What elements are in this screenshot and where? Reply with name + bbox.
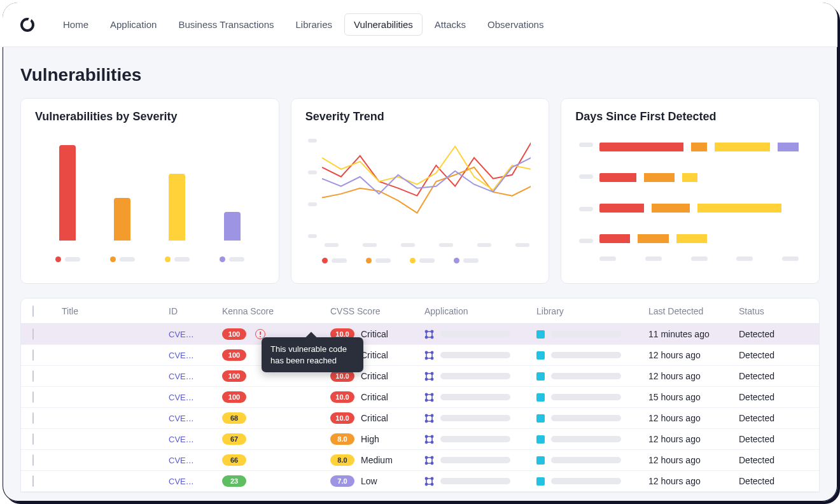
library-placeholder (551, 352, 621, 358)
application-icon (424, 351, 434, 360)
kenna-score-badge: 100 (222, 349, 246, 361)
col-last[interactable]: Last Detected (648, 306, 739, 316)
col-title[interactable]: Title (62, 306, 169, 316)
nav-tab-attacks[interactable]: Attacks (425, 13, 475, 36)
nav-tab-observations[interactable]: Observations (478, 13, 553, 36)
cve-id-link[interactable]: CVE… (169, 477, 222, 486)
nav-tab-vulnerabilities[interactable]: Vulnerabilities (344, 13, 423, 36)
table-row[interactable]: CVE…10010.0Critical15 hours agoDetected (21, 387, 819, 408)
vulnerabilities-table: Title ID Kenna Score CVSS Score Applicat… (20, 298, 820, 493)
cve-id-link[interactable]: CVE… (169, 456, 222, 465)
kenna-score-badge: 100 (222, 328, 246, 340)
tooltip-reached-code: This vulnerable code has been reached (262, 337, 363, 372)
library-placeholder (551, 373, 621, 379)
col-lib[interactable]: Library (536, 306, 648, 316)
kenna-score-badge: 67 (222, 433, 246, 445)
table-row[interactable]: CVE…237.0Low12 hours agoDetected (21, 471, 819, 492)
application-icon (424, 456, 434, 465)
cve-id-link[interactable]: CVE… (169, 393, 222, 402)
nav-tab-libraries[interactable]: Libraries (286, 13, 342, 36)
last-detected: 12 hours ago (648, 371, 739, 381)
last-detected: 12 hours ago (648, 350, 739, 360)
stacked-bar-chart (599, 143, 799, 243)
line-chart-legend (322, 258, 530, 263)
library-icon (536, 414, 545, 423)
nav-tab-home[interactable]: Home (53, 13, 98, 36)
library-placeholder (551, 394, 621, 400)
severity-label: Low (361, 476, 377, 486)
row-checkbox[interactable] (32, 349, 34, 361)
table-row[interactable]: CVE…668.0Medium12 hours agoDetected (21, 450, 819, 471)
brand-logo-icon (19, 17, 36, 33)
status-label: Detected (739, 413, 800, 423)
card-severity-by-count: Vulnerabilities by Severity (20, 98, 279, 284)
table-row[interactable]: CVE…6810.0Critical12 hours agoDetected (21, 408, 819, 429)
top-nav: HomeApplicationBusiness TransactionsLibr… (3, 3, 837, 47)
row-checkbox[interactable] (32, 454, 34, 466)
severity-label: Critical (361, 413, 388, 423)
library-icon (536, 372, 545, 381)
library-icon (536, 435, 545, 444)
row-checkbox[interactable] (32, 370, 34, 382)
row-checkbox[interactable] (32, 475, 34, 487)
table-row[interactable]: CVE…10010.0Critical12 hours agoDetected (21, 345, 819, 366)
kenna-score-badge: 100 (222, 391, 246, 403)
cve-id-link[interactable]: CVE… (169, 330, 222, 339)
library-placeholder (551, 436, 621, 442)
card-title: Vulnerabilities by Severity (35, 110, 265, 123)
severity-label: Critical (361, 371, 388, 381)
library-icon (536, 477, 545, 486)
line-chart (322, 139, 531, 234)
select-all-checkbox[interactable] (32, 305, 34, 317)
nav-tabs: HomeApplicationBusiness TransactionsLibr… (53, 13, 553, 36)
card-title: Days Since First Detected (575, 110, 805, 123)
table-row[interactable]: CVE…678.0High12 hours agoDetected (21, 429, 819, 450)
application-icon (424, 414, 434, 423)
table-row[interactable]: CVE…10010.0Critical11 minutes agoDetecte… (21, 324, 819, 345)
cve-id-link[interactable]: CVE… (169, 435, 222, 444)
status-label: Detected (739, 476, 800, 486)
col-id[interactable]: ID (169, 306, 222, 316)
kenna-score-badge: 68 (222, 412, 246, 424)
cvss-score-badge: 8.0 (330, 454, 354, 466)
library-placeholder (551, 478, 621, 484)
application-icon (424, 393, 434, 402)
cvss-score-badge: 8.0 (330, 433, 354, 445)
last-detected: 12 hours ago (648, 455, 739, 465)
col-status[interactable]: Status (739, 306, 800, 316)
bar-low (224, 212, 241, 241)
row-checkbox[interactable] (32, 433, 34, 445)
last-detected: 12 hours ago (648, 413, 739, 423)
row-checkbox[interactable] (32, 412, 34, 424)
stacked-bar-row (599, 204, 799, 213)
table-row[interactable]: CVE…10010.0Critical12 hours agoDetected (21, 366, 819, 387)
card-severity-trend: Severity Trend (291, 98, 550, 284)
col-app[interactable]: Application (424, 306, 536, 316)
nav-tab-application[interactable]: Application (101, 13, 166, 36)
application-placeholder (440, 415, 510, 421)
svg-point-0 (22, 19, 33, 31)
application-placeholder (440, 394, 510, 400)
kenna-score-badge: 100 (222, 370, 246, 382)
last-detected: 11 minutes ago (648, 329, 739, 339)
nav-tab-business-transactions[interactable]: Business Transactions (169, 13, 283, 36)
cve-id-link[interactable]: CVE… (169, 372, 222, 381)
severity-label: Critical (361, 350, 388, 360)
row-checkbox[interactable] (32, 391, 34, 403)
last-detected: 12 hours ago (648, 434, 739, 444)
last-detected: 12 hours ago (648, 476, 739, 486)
application-icon (424, 477, 434, 486)
table-header-row: Title ID Kenna Score CVSS Score Applicat… (21, 298, 819, 324)
col-kenna[interactable]: Kenna Score (222, 306, 330, 316)
col-cvss[interactable]: CVSS Score (330, 306, 424, 316)
stacked-bar-row (599, 143, 799, 151)
cvss-score-badge: 10.0 (330, 412, 354, 424)
cve-id-link[interactable]: CVE… (169, 414, 222, 423)
kenna-score-badge: 66 (222, 454, 246, 466)
status-label: Detected (739, 455, 800, 465)
status-label: Detected (739, 350, 800, 360)
card-title: Severity Trend (305, 110, 535, 123)
status-label: Detected (739, 329, 800, 339)
cve-id-link[interactable]: CVE… (169, 351, 222, 360)
row-checkbox[interactable] (32, 328, 34, 340)
